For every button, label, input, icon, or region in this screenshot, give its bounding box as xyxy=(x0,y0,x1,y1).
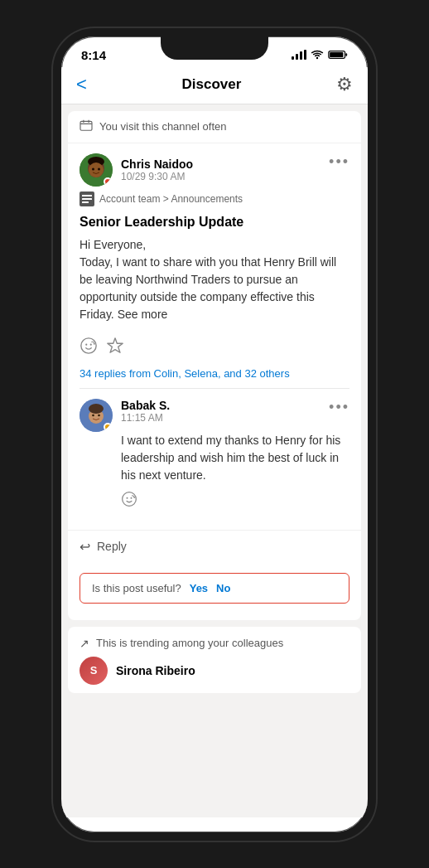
page-title: Discover xyxy=(182,76,242,93)
svg-point-19 xyxy=(90,343,92,345)
reply-author-name: Babak S. xyxy=(121,399,170,412)
reaction-row xyxy=(68,332,361,367)
battery-icon xyxy=(328,50,348,60)
reply-more-button[interactable]: ••• xyxy=(329,399,349,416)
reply-action-row[interactable]: ↩ Reply xyxy=(68,530,361,563)
back-button[interactable]: < xyxy=(76,74,87,95)
useful-question: Is this post useful? xyxy=(92,582,181,594)
svg-point-17 xyxy=(81,337,96,352)
svg-rect-14 xyxy=(82,195,92,196)
author-name: Chris Naidoo xyxy=(121,158,193,171)
reply-arrow-icon: ↩ xyxy=(80,539,90,555)
svg-point-12 xyxy=(92,167,94,170)
useful-no-button[interactable]: No xyxy=(216,582,230,594)
app-header: < Discover ⚙ xyxy=(61,67,368,104)
svg-point-25 xyxy=(98,414,100,416)
reply-content: I want to extend my thanks to Henry for … xyxy=(80,432,349,512)
svg-rect-15 xyxy=(82,198,92,200)
trending-header: ↗ This is trending among your colleagues xyxy=(80,637,349,650)
svg-point-28 xyxy=(131,497,133,498)
post-title: Senior Leadership Update xyxy=(68,211,361,236)
svg-point-29 xyxy=(133,497,135,498)
status-time: 8:14 xyxy=(81,48,106,62)
status-icons xyxy=(292,50,348,60)
reply-post: Babak S. 11:15 AM ••• I want to extend m… xyxy=(68,389,361,530)
svg-point-13 xyxy=(98,167,100,170)
post-header: Chris Naidoo 10/29 9:30 AM ••• xyxy=(68,143,361,192)
svg-point-20 xyxy=(94,342,95,344)
emoji-reaction-button[interactable] xyxy=(80,337,98,359)
svg-point-11 xyxy=(89,162,104,177)
trending-author-name: Sirona Ribeiro xyxy=(116,664,195,677)
reply-reaction-button[interactable] xyxy=(121,491,349,512)
author-status-indicator xyxy=(104,177,112,186)
reply-author-avatar xyxy=(80,399,113,432)
reply-button[interactable]: Reply xyxy=(97,540,127,553)
trending-icon: ↗ xyxy=(80,637,89,650)
signal-icon xyxy=(292,50,306,60)
useful-bar: Is this post useful? Yes No xyxy=(80,573,349,604)
svg-point-26 xyxy=(123,492,137,506)
trending-card: ↗ This is trending among your colleagues… xyxy=(68,627,361,693)
visit-notice-text: You visit this channel often xyxy=(99,120,226,133)
svg-point-24 xyxy=(92,414,94,416)
svg-point-27 xyxy=(127,497,128,498)
replies-link[interactable]: 34 replies from Colin, Selena, and 32 ot… xyxy=(68,367,361,388)
channel-icon xyxy=(80,192,94,206)
reply-text: I want to extend my thanks to Henry for … xyxy=(121,432,349,484)
svg-point-23 xyxy=(89,404,104,414)
useful-yes-button[interactable]: Yes xyxy=(190,582,208,594)
channel-path-text: Account team > Announcements xyxy=(99,193,243,205)
visit-notice: You visit this channel often xyxy=(68,111,361,143)
svg-point-0 xyxy=(316,57,318,59)
reply-timestamp: 11:15 AM xyxy=(121,412,170,424)
post-timestamp: 10/29 9:30 AM xyxy=(121,171,193,182)
reply-header: Babak S. 11:15 AM ••• xyxy=(80,399,349,432)
visit-icon xyxy=(80,119,93,134)
content-area: You visit this channel often xyxy=(61,104,368,817)
post-body: Hi Everyone, Today, I want to share with… xyxy=(68,236,361,332)
reply-author-status xyxy=(104,423,112,431)
main-post-card: You visit this channel often xyxy=(68,111,361,620)
settings-button[interactable]: ⚙ xyxy=(336,74,353,95)
star-button[interactable] xyxy=(106,337,124,359)
trending-text: This is trending among your colleagues xyxy=(96,637,283,649)
author-avatar xyxy=(80,153,113,187)
trending-author-avatar: S xyxy=(80,657,108,685)
channel-path[interactable]: Account team > Announcements xyxy=(68,192,361,211)
svg-rect-3 xyxy=(345,53,347,56)
wifi-icon xyxy=(311,50,324,60)
svg-rect-4 xyxy=(80,121,92,130)
svg-rect-2 xyxy=(330,52,343,57)
svg-point-18 xyxy=(85,343,87,345)
post-more-button[interactable]: ••• xyxy=(329,153,349,171)
svg-rect-16 xyxy=(82,201,89,203)
